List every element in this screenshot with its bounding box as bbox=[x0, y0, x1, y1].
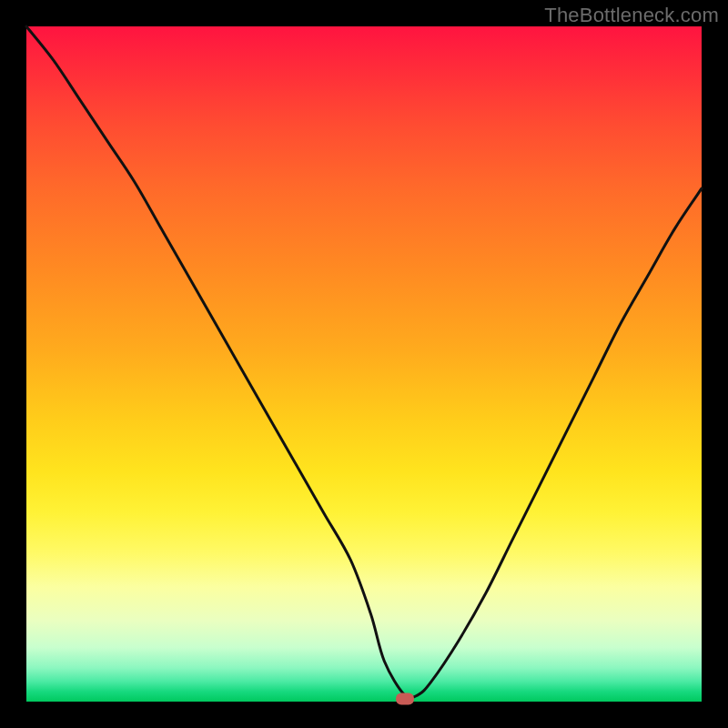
curve-layer bbox=[26, 26, 702, 702]
watermark-text: TheBottleneck.com bbox=[544, 4, 719, 27]
plot-area bbox=[26, 26, 702, 702]
bottleneck-curve bbox=[26, 26, 702, 698]
chart-frame: TheBottleneck.com bbox=[0, 0, 728, 728]
optimum-marker bbox=[396, 693, 414, 705]
